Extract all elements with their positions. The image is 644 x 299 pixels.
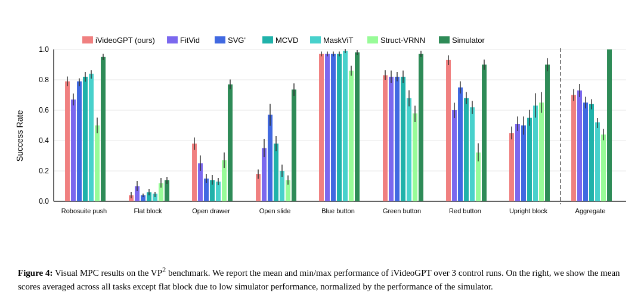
svg-rect-99: [407, 98, 411, 201]
legend-label-iVideoGPT: iVideoGPT (ours): [95, 36, 155, 45]
svg-rect-79: [325, 54, 330, 201]
svg-rect-135: [577, 91, 582, 201]
svg-rect-91: [383, 75, 388, 201]
svg-rect-4: [310, 36, 321, 43]
svg-rect-69: [274, 144, 278, 201]
group-blue-button: Blue button: [319, 49, 360, 214]
svg-text:0.0: 0.0: [39, 197, 49, 205]
svg-text:0.8: 0.8: [39, 76, 49, 84]
svg-rect-1: [167, 36, 178, 43]
legend-label-MCVD: MCVD: [275, 36, 298, 45]
svg-rect-111: [464, 98, 469, 201]
group-label-blue-button: Blue button: [321, 207, 355, 214]
svg-rect-145: [607, 49, 612, 201]
svg-rect-127: [533, 105, 538, 201]
svg-rect-125: [527, 118, 532, 201]
group-robosuite-push: Robosuite push: [61, 54, 107, 215]
svg-rect-25: [77, 82, 82, 201]
svg-rect-49: [192, 144, 197, 201]
svg-rect-101: [413, 113, 417, 201]
group-red-button: Red button: [446, 55, 487, 214]
svg-rect-23: [71, 99, 76, 201]
svg-rect-21: [65, 82, 70, 201]
svg-text:0.6: 0.6: [39, 106, 49, 114]
svg-rect-141: [595, 122, 600, 201]
svg-rect-5: [367, 36, 378, 43]
svg-rect-123: [521, 126, 526, 202]
svg-rect-31: [95, 126, 100, 202]
group-label-flat-block: Flat block: [134, 207, 162, 214]
group-label-robosuite: Robosuite push: [61, 207, 107, 214]
svg-rect-61: [228, 85, 233, 201]
svg-text:1.0: 1.0: [39, 45, 49, 54]
legend: iVideoGPT (ours) FitVid SVG' MCVD MaskVi…: [82, 36, 485, 45]
svg-rect-129: [539, 102, 544, 201]
svg-rect-143: [601, 135, 606, 201]
svg-rect-83: [337, 54, 342, 201]
group-aggregate: Aggregate: [571, 49, 612, 214]
legend-label-StructVRNN: Struct-VRNN: [380, 36, 425, 45]
svg-rect-29: [89, 74, 94, 201]
svg-rect-85: [343, 51, 348, 201]
bar-groups: Robosuite push Flat block: [61, 48, 612, 214]
svg-rect-93: [389, 77, 394, 201]
legend-label-MaskViT: MaskViT: [323, 36, 353, 45]
group-label-green-button: Green button: [383, 207, 421, 214]
caption-text1: Visual MPC results on the VP: [52, 268, 162, 278]
svg-rect-0: [82, 36, 93, 43]
group-flat-block: Flat block: [129, 177, 169, 214]
svg-rect-107: [452, 110, 457, 201]
svg-rect-95: [395, 77, 400, 201]
legend-label-Simulator: Simulator: [452, 36, 485, 45]
svg-rect-2: [215, 36, 225, 43]
group-open-slide: Open slide: [256, 83, 296, 214]
svg-rect-131: [545, 65, 550, 202]
legend-label-SVG: SVG': [228, 36, 246, 45]
svg-rect-103: [419, 54, 423, 201]
figure-label: Figure 4:: [18, 268, 52, 278]
svg-text:0.2: 0.2: [39, 167, 49, 175]
svg-rect-137: [583, 102, 588, 201]
svg-rect-113: [470, 107, 475, 201]
group-label-upright-block: Upright block: [509, 207, 548, 214]
svg-rect-89: [355, 52, 360, 201]
svg-text:0.4: 0.4: [39, 136, 49, 145]
svg-rect-119: [509, 133, 514, 201]
group-label-open-drawer: Open drawer: [192, 207, 230, 214]
svg-rect-77: [319, 54, 324, 201]
svg-rect-109: [458, 88, 463, 201]
svg-rect-33: [101, 57, 106, 201]
svg-rect-87: [349, 71, 354, 201]
svg-rect-27: [83, 77, 88, 201]
group-label-red-button: Red button: [449, 207, 481, 214]
svg-rect-97: [401, 77, 405, 201]
svg-rect-6: [439, 36, 450, 43]
svg-rect-75: [292, 89, 296, 201]
caption: Figure 4: Visual MPC results on the VP2 …: [12, 260, 632, 293]
svg-rect-105: [446, 60, 451, 201]
group-open-drawer: Open drawer: [192, 80, 233, 215]
svg-rect-139: [589, 104, 594, 201]
svg-rect-81: [331, 54, 336, 201]
group-upright-block: Upright block: [509, 58, 550, 215]
svg-rect-121: [515, 124, 520, 201]
group-label-open-slide: Open slide: [259, 207, 291, 214]
chart-container: iVideoGPT (ours) FitVid SVG' MCVD MaskVi…: [12, 6, 632, 260]
group-label-aggregate: Aggregate: [575, 207, 606, 214]
group-green-button: Green button: [383, 51, 423, 215]
y-axis-label: Success Rate: [15, 110, 24, 162]
svg-rect-67: [268, 115, 273, 201]
svg-rect-3: [262, 36, 273, 43]
svg-rect-133: [571, 95, 576, 202]
legend-label-FitVid: FitVid: [180, 36, 200, 45]
svg-rect-117: [482, 65, 487, 202]
